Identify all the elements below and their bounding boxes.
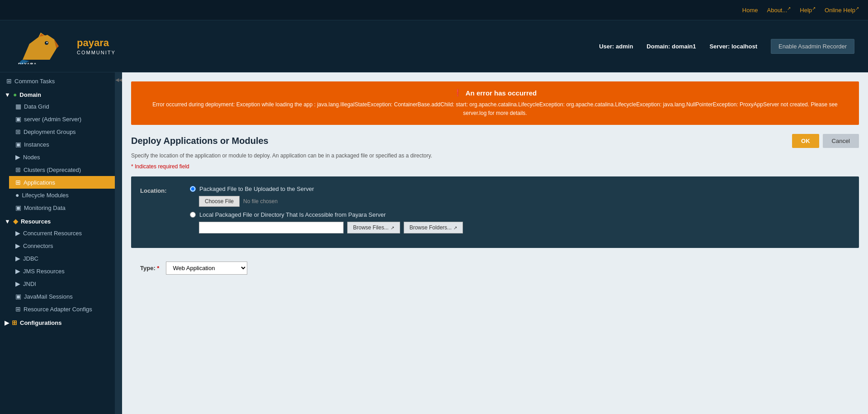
- page-header: Deploy Applications or Modules OK Cancel: [131, 134, 859, 148]
- server-info: Server: localhost: [709, 43, 757, 50]
- directory-input[interactable]: [199, 222, 344, 233]
- collapse-handle[interactable]: ◀◀: [115, 72, 122, 414]
- packaged-file-radio[interactable]: [190, 186, 196, 192]
- svg-marker-0: [23, 35, 57, 60]
- domain-info: Domain: domain1: [646, 43, 696, 50]
- resource-adapter-icon: ⊞: [15, 305, 21, 313]
- type-label: Type: *: [140, 265, 159, 271]
- grid-icon: ⊞: [6, 77, 12, 85]
- external-link-icon-2: ↗: [453, 225, 457, 230]
- sidebar-item-jms-resources[interactable]: ▶ JMS Resources: [9, 265, 115, 277]
- sidebar-item-jndi[interactable]: ▶ JNDI: [9, 277, 115, 290]
- directory-row: Browse Files... ↗ Browse Folders... ↗: [199, 222, 850, 233]
- collapse-arrow-icon: ◀◀: [115, 77, 123, 83]
- sidebar-section-resources[interactable]: ▼ ◆ Resources: [0, 214, 115, 227]
- sidebar-item-clusters[interactable]: ⊞ Clusters (Deprecated): [9, 163, 115, 176]
- logo-community-text: COMMUNITY: [77, 50, 116, 55]
- instances-icon: ▣: [15, 141, 21, 148]
- top-nav: Home About...↗ Help↗ Online Help↗: [0, 0, 868, 20]
- sidebar-item-instances[interactable]: ▣ Instances: [9, 138, 115, 151]
- sidebar-item-javamail-sessions[interactable]: ▣ JavaMail Sessions: [9, 290, 115, 303]
- sidebar-item-monitoring-data[interactable]: ▣ Monitoring Data: [9, 201, 115, 214]
- sidebar-item-concurrent-resources[interactable]: ▶ Concurrent Resources: [9, 227, 115, 239]
- ok-button[interactable]: OK: [792, 134, 819, 148]
- lifecycle-icon: ●: [15, 191, 19, 199]
- packaged-file-radio-row: Packaged File to Be Uploaded to the Serv…: [190, 186, 850, 192]
- error-title: ❗ An error has occurred: [140, 89, 850, 97]
- sidebar-item-connectors[interactable]: ▶ Connectors: [9, 239, 115, 252]
- sidebar-item-common-tasks[interactable]: ⊞ Common Tasks: [0, 75, 115, 87]
- type-required-star: *: [157, 265, 159, 271]
- applications-icon: ⊞: [15, 179, 21, 186]
- sidebar-item-data-grid[interactable]: ▦ Data Grid: [9, 100, 115, 113]
- browse-files-button[interactable]: Browse Files... ↗: [347, 222, 400, 233]
- type-row: Type: * Web Application EJB Connector Ap…: [140, 262, 850, 275]
- sidebar-item-lifecycle-modules[interactable]: ● Lifecycle Modules: [9, 189, 115, 201]
- location-panel: Location: Packaged File to Be Uploaded t…: [131, 176, 859, 248]
- browse-folders-button[interactable]: Browse Folders... ↗: [404, 222, 463, 233]
- cancel-button[interactable]: Cancel: [823, 134, 859, 148]
- main-layout: ⊞ Common Tasks ▼ ● Domain ▦ Data Grid ▣ …: [0, 72, 868, 414]
- config-icon: ⊞: [12, 319, 17, 326]
- sidebar-sub-resources: ▶ Concurrent Resources ▶ Connectors ▶ JD…: [0, 227, 115, 315]
- help-link[interactable]: Help↗: [800, 6, 816, 14]
- jms-icon: ▶: [15, 267, 20, 275]
- javamail-icon: ▣: [15, 293, 21, 300]
- type-select[interactable]: Web Application EJB Connector Applicatio…: [166, 262, 247, 275]
- required-star: *: [131, 163, 133, 170]
- sidebar-section-domain[interactable]: ▼ ● Domain: [0, 87, 115, 100]
- error-message: Error occurred during deployment: Except…: [140, 100, 850, 118]
- page-title: Deploy Applications or Modules: [131, 136, 269, 146]
- error-icon: ❗: [453, 89, 462, 97]
- svg-point-4: [47, 42, 48, 43]
- sidebar-item-applications[interactable]: ⊞ Applications: [9, 176, 115, 189]
- type-panel: Type: * Web Application EJB Connector Ap…: [131, 255, 859, 281]
- deployment-groups-icon: ⊞: [15, 128, 21, 135]
- packaged-file-label: Packaged File to Be Uploaded to the Serv…: [199, 186, 314, 192]
- arrow-down-icon: ▼: [5, 91, 10, 98]
- error-banner: ❗ An error has occurred Error occurred d…: [131, 81, 859, 125]
- monitoring-icon: ▣: [15, 204, 21, 211]
- server-icon: ▣: [15, 115, 21, 123]
- file-chooser-row: Choose File No file chosen: [199, 196, 850, 207]
- user-info: User: admin: [599, 43, 633, 50]
- required-note: * Indicates required field: [131, 163, 859, 170]
- sidebar-sub-domain: ▦ Data Grid ▣ server (Admin Server) ⊞ De…: [0, 100, 115, 214]
- page-content: Deploy Applications or Modules OK Cancel…: [122, 134, 868, 290]
- connectors-icon: ▶: [15, 242, 20, 249]
- sidebar-item-nodes[interactable]: ▶ Nodes: [9, 151, 115, 163]
- no-file-text: No file chosen: [243, 198, 278, 205]
- local-file-radio-row: Local Packaged File or Directory That Is…: [190, 211, 850, 218]
- sidebar-item-admin-server[interactable]: ▣ server (Admin Server): [9, 113, 115, 125]
- sidebar-section-configurations[interactable]: ▶ ⊞ Configurations: [0, 315, 115, 328]
- payara-logo-svg: PAYARA: [14, 28, 72, 64]
- data-grid-icon: ▦: [15, 103, 21, 110]
- location-label: Location:: [140, 186, 181, 194]
- sidebar-item-resource-adapter-configs[interactable]: ⊞ Resource Adapter Configs: [9, 303, 115, 315]
- about-link[interactable]: About...↗: [767, 6, 791, 14]
- svg-text:PAYARA: PAYARA: [18, 62, 37, 64]
- jdbc-icon: ▶: [15, 255, 20, 262]
- arrow-down-icon-resources: ▼: [5, 218, 10, 225]
- sidebar-item-jdbc[interactable]: ▶ JDBC: [9, 252, 115, 265]
- choose-file-button[interactable]: Choose File: [199, 196, 240, 207]
- home-link[interactable]: Home: [742, 7, 758, 14]
- header-right: User: admin Domain: domain1 Server: loca…: [599, 39, 854, 54]
- resources-icon: ◆: [13, 218, 18, 225]
- clusters-icon: ⊞: [15, 166, 21, 173]
- sidebar: ⊞ Common Tasks ▼ ● Domain ▦ Data Grid ▣ …: [0, 72, 115, 414]
- content-area: ❗ An error has occurred Error occurred d…: [122, 72, 868, 414]
- header: PAYARA payara COMMUNITY User: admin Doma…: [0, 20, 868, 72]
- external-link-icon: ↗: [391, 225, 394, 230]
- enable-asadmin-button[interactable]: Enable Asadmin Recorder: [771, 39, 854, 54]
- arrow-right-icon-config: ▶: [5, 319, 9, 326]
- jndi-icon: ▶: [15, 280, 20, 287]
- location-row: Location: Packaged File to Be Uploaded t…: [140, 186, 850, 233]
- online-help-link[interactable]: Online Help↗: [825, 6, 859, 14]
- sidebar-item-deployment-groups[interactable]: ⊞ Deployment Groups: [9, 125, 115, 138]
- page-subtitle: Specify the location of the application …: [131, 152, 859, 159]
- domain-status-icon: ●: [13, 91, 17, 98]
- local-file-label: Local Packaged File or Directory That Is…: [199, 211, 386, 218]
- local-file-radio[interactable]: [190, 212, 196, 218]
- location-fields: Packaged File to Be Uploaded to the Serv…: [190, 186, 850, 233]
